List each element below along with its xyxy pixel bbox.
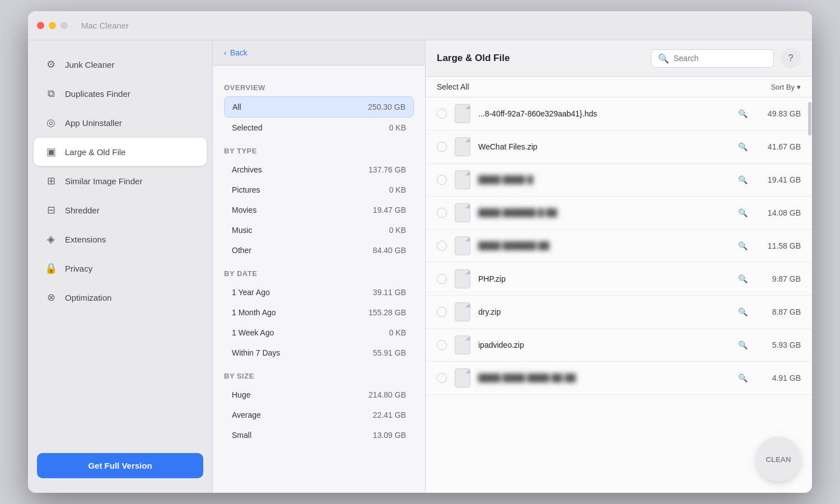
row-value: 0 KB (389, 328, 406, 337)
sidebar-item-shredder[interactable]: ⊟ Shredder (34, 196, 207, 224)
overview-row-1-week-ago[interactable]: 1 Week Ago 0 KB (224, 323, 414, 343)
search-icon[interactable]: 🔍 (737, 207, 748, 218)
row-value: 250.30 GB (368, 102, 405, 111)
get-full-version-button[interactable]: Get Full Version (37, 453, 203, 478)
file-name: dry.zip (478, 307, 729, 316)
sidebar-item-large-old-file[interactable]: ▣ Large & Old File (34, 138, 207, 166)
table-row[interactable]: ipadvideo.zip 🔍 5.93 GB (426, 329, 812, 362)
search-icon[interactable]: 🔍 (737, 306, 748, 318)
file-checkbox[interactable] (437, 208, 447, 218)
file-name: ████ ████-█ (478, 175, 729, 184)
file-name: PHP.zip (478, 274, 729, 283)
overview-row-small[interactable]: Small 13.09 GB (224, 425, 414, 445)
search-icon[interactable]: 🔍 (737, 339, 748, 351)
sidebar-item-duplicates-finder[interactable]: ⧉ Duplicates Finder (34, 80, 207, 108)
scrollbar-thumb[interactable] (808, 102, 811, 136)
sidebar-item-junk-cleaner[interactable]: ⚙ Junk Cleaner (34, 50, 207, 78)
search-icon[interactable]: 🔍 (737, 273, 748, 284)
table-row[interactable]: ████ ██████ ██ 🔍 11.58 GB (426, 230, 812, 263)
row-label: 1 Month Ago (232, 308, 276, 317)
back-button[interactable]: ‹ Back (224, 48, 248, 57)
row-value: 0 KB (389, 226, 406, 235)
overview-row-music[interactable]: Music 0 KB (224, 220, 414, 240)
search-icon[interactable]: 🔍 (737, 240, 748, 251)
minimize-button[interactable] (49, 22, 56, 29)
clean-button[interactable]: CLEAN (756, 437, 801, 482)
help-button[interactable]: ? (781, 48, 801, 68)
row-label: Within 7 Days (232, 348, 280, 357)
sidebar-item-optimization[interactable]: ⊗ Optimization (34, 283, 207, 311)
row-label: Other (232, 246, 251, 255)
overview-panel: ‹ Back Overview All 250.30 GB Selected 0… (213, 40, 426, 493)
maximize-button[interactable] (60, 22, 68, 29)
panel-top-bar: ‹ Back (213, 40, 425, 66)
search-box[interactable]: 🔍 (651, 49, 774, 68)
file-icon (455, 236, 470, 255)
overview-content: Overview All 250.30 GB Selected 0 KB By … (213, 66, 425, 454)
select-all-label[interactable]: Select All (437, 82, 469, 91)
row-label: Small (232, 431, 251, 440)
file-checkbox[interactable] (437, 109, 447, 119)
table-row[interactable]: PHP.zip 🔍 9.87 GB (426, 263, 812, 296)
file-checkbox[interactable] (437, 307, 447, 317)
search-input[interactable] (674, 54, 772, 63)
overview-row-movies[interactable]: Movies 19.47 GB (224, 200, 414, 220)
file-icon (455, 137, 470, 156)
file-checkbox[interactable] (437, 340, 447, 350)
titlebar: Mac Cleaner (28, 11, 812, 40)
file-checkbox[interactable] (437, 241, 447, 251)
sidebar-item-similar-image-finder[interactable]: ⊞ Similar Image Finder (34, 167, 207, 195)
file-list: ...8-40ff-92a7-860e329aab41}.hds 🔍 49.83… (426, 97, 812, 493)
overview-row-1-year-ago[interactable]: 1 Year Ago 39.11 GB (224, 282, 414, 302)
junk-cleaner-icon: ⚙ (45, 58, 57, 71)
scrollbar-track[interactable] (808, 96, 812, 493)
table-row[interactable]: ████ ████-█ 🔍 19.41 GB (426, 164, 812, 197)
shredder-icon: ⊟ (45, 204, 57, 216)
close-button[interactable] (37, 22, 44, 29)
overview-row-within-7-days[interactable]: Within 7 Days 55.91 GB (224, 343, 414, 363)
file-size: 41.67 GB (756, 142, 801, 151)
overview-row-average[interactable]: Average 22.41 GB (224, 405, 414, 425)
back-label: Back (230, 48, 248, 57)
row-value: 155.28 GB (368, 308, 406, 317)
row-label: Huge (232, 390, 250, 399)
search-icon[interactable]: 🔍 (737, 174, 748, 185)
file-icon (455, 104, 470, 123)
row-value: 13.09 GB (373, 431, 406, 440)
file-size: 19.41 GB (756, 175, 801, 184)
table-row[interactable]: ...8-40ff-92a7-860e329aab41}.hds 🔍 49.83… (426, 97, 812, 130)
file-size: 14.08 GB (756, 208, 801, 217)
sort-by-control[interactable]: Sort By ▾ (771, 83, 801, 91)
sidebar-item-extensions[interactable]: ◈ Extensions (34, 225, 207, 253)
privacy-label: Privacy (65, 264, 92, 273)
sidebar-item-privacy[interactable]: 🔒 Privacy (34, 254, 207, 282)
overview-row-selected[interactable]: Selected 0 KB (224, 118, 414, 138)
table-row[interactable]: WeChat Files.zip 🔍 41.67 GB (426, 130, 812, 164)
file-list-panel: Large & Old File 🔍 ? Select All Sort By … (426, 40, 812, 493)
row-label: 1 Week Ago (232, 328, 274, 337)
file-checkbox[interactable] (437, 142, 447, 152)
file-name: ████ ██████ █ ██ (478, 208, 729, 217)
file-checkbox[interactable] (437, 175, 447, 185)
search-icon[interactable]: 🔍 (737, 372, 748, 384)
table-row[interactable]: ████ ████ ████ ██ ██ 🔍 4.91 GB (426, 362, 812, 395)
row-label: Movies (232, 206, 256, 214)
search-icon[interactable]: 🔍 (737, 108, 748, 119)
row-value: 214.80 GB (368, 390, 406, 399)
overview-row-1-month-ago[interactable]: 1 Month Ago 155.28 GB (224, 302, 414, 323)
file-list-header-bar: Large & Old File 🔍 ? (426, 40, 812, 77)
overview-row-huge[interactable]: Huge 214.80 GB (224, 385, 414, 405)
overview-row-archives[interactable]: Archives 137.76 GB (224, 160, 414, 180)
row-value: 55.91 GB (373, 348, 406, 357)
overview-row-pictures[interactable]: Pictures 0 KB (224, 180, 414, 200)
sidebar-item-app-uninstaller[interactable]: ◎ App Uninstaller (34, 109, 207, 137)
search-icon[interactable]: 🔍 (737, 141, 748, 152)
overview-row-other[interactable]: Other 84.40 GB (224, 240, 414, 260)
chevron-down-icon: ▾ (797, 83, 801, 91)
table-row[interactable]: dry.zip 🔍 8.87 GB (426, 296, 812, 329)
file-checkbox[interactable] (437, 274, 447, 284)
similar-image-finder-icon: ⊞ (45, 175, 57, 187)
table-row[interactable]: ████ ██████ █ ██ 🔍 14.08 GB (426, 197, 812, 230)
file-checkbox[interactable] (437, 373, 447, 383)
overview-row-all[interactable]: All 250.30 GB (224, 96, 414, 118)
